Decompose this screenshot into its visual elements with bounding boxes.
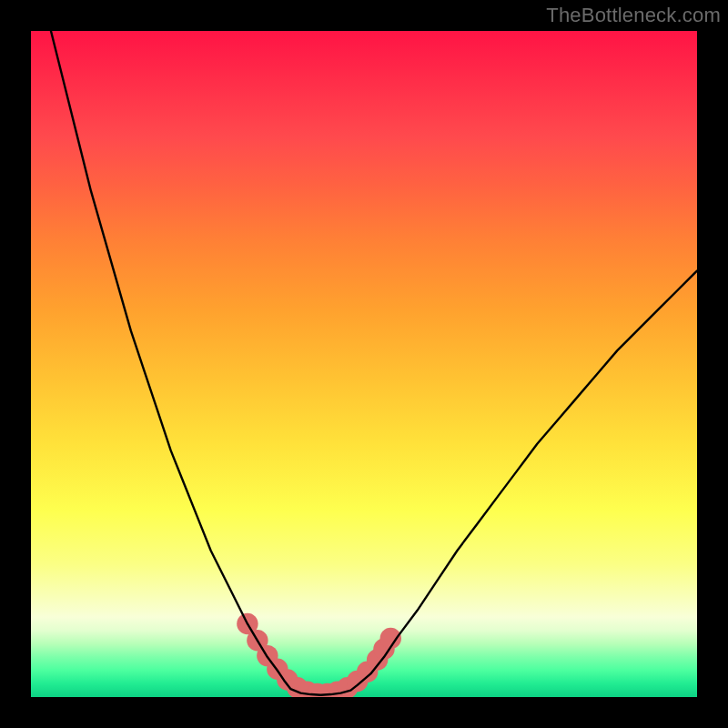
chart-frame: TheBottleneck.com (0, 0, 728, 728)
watermark-text: TheBottleneck.com (546, 4, 721, 27)
bottleneck-curve (51, 31, 697, 695)
markers-group (237, 613, 401, 697)
curve-layer (31, 31, 697, 697)
plot-area (31, 31, 697, 697)
